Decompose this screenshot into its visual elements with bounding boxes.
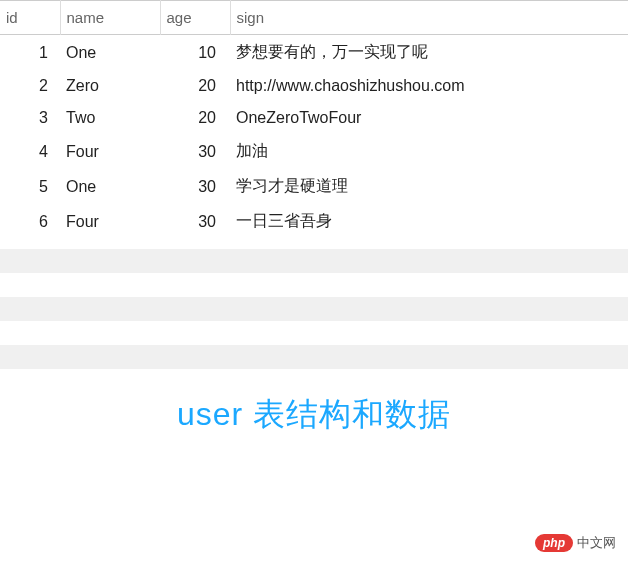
cell-name: Two	[60, 102, 160, 134]
header-age: age	[160, 1, 230, 35]
cell-id: 3	[0, 102, 60, 134]
table-row: 6 Four 30 一日三省吾身	[0, 204, 628, 239]
cell-id: 4	[0, 134, 60, 169]
cell-id: 1	[0, 35, 60, 71]
cell-sign: http://www.chaoshizhushou.com	[230, 70, 628, 102]
caption-text: user 表结构和数据	[0, 393, 628, 437]
cell-age: 20	[160, 70, 230, 102]
table-header-row: id name age sign	[0, 1, 628, 35]
table-row: 5 One 30 学习才是硬道理	[0, 169, 628, 204]
cell-age: 20	[160, 102, 230, 134]
cell-sign: 学习才是硬道理	[230, 169, 628, 204]
footer-watermark: php 中文网	[535, 534, 616, 552]
table-row: 2 Zero 20 http://www.chaoshizhushou.com	[0, 70, 628, 102]
footer-text: 中文网	[577, 534, 616, 552]
table-row: 3 Two 20 OneZeroTwoFour	[0, 102, 628, 134]
header-name: name	[60, 1, 160, 35]
cell-id: 2	[0, 70, 60, 102]
cell-name: Four	[60, 134, 160, 169]
cell-sign: OneZeroTwoFour	[230, 102, 628, 134]
cell-id: 6	[0, 204, 60, 239]
cell-sign: 加油	[230, 134, 628, 169]
cell-name: One	[60, 35, 160, 71]
cell-age: 30	[160, 169, 230, 204]
decorative-stripes	[0, 249, 628, 369]
cell-sign: 梦想要有的，万一实现了呢	[230, 35, 628, 71]
cell-age: 10	[160, 35, 230, 71]
user-table: id name age sign 1 One 10 梦想要有的，万一实现了呢 2…	[0, 0, 628, 239]
cell-age: 30	[160, 204, 230, 239]
table-row: 1 One 10 梦想要有的，万一实现了呢	[0, 35, 628, 71]
cell-id: 5	[0, 169, 60, 204]
cell-name: Four	[60, 204, 160, 239]
cell-sign: 一日三省吾身	[230, 204, 628, 239]
php-badge: php	[535, 534, 573, 552]
cell-name: Zero	[60, 70, 160, 102]
header-sign: sign	[230, 1, 628, 35]
stripe	[0, 249, 628, 273]
stripe	[0, 345, 628, 369]
table-row: 4 Four 30 加油	[0, 134, 628, 169]
cell-name: One	[60, 169, 160, 204]
header-id: id	[0, 1, 60, 35]
stripe	[0, 297, 628, 321]
cell-age: 30	[160, 134, 230, 169]
